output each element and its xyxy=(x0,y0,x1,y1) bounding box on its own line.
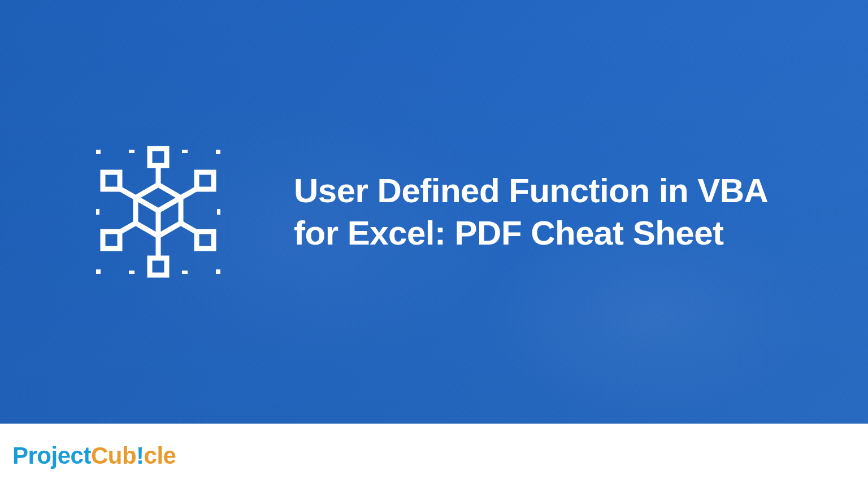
svg-rect-14 xyxy=(96,269,101,274)
hero-title: User Defined Function in VBA for Excel: … xyxy=(294,169,795,254)
logo-part-cle: cle xyxy=(144,442,176,469)
svg-rect-11 xyxy=(197,232,214,249)
svg-rect-7 xyxy=(150,258,167,275)
footer-bar: ProjectCub!cle xyxy=(0,424,868,488)
logo-part-project: Project xyxy=(12,442,91,469)
svg-rect-21 xyxy=(217,209,220,215)
svg-rect-10 xyxy=(103,232,120,249)
cube-network-icon xyxy=(73,127,243,297)
svg-rect-17 xyxy=(182,150,188,153)
svg-rect-6 xyxy=(150,149,167,165)
svg-rect-18 xyxy=(129,271,134,274)
logo-part-exclaim: ! xyxy=(136,442,144,469)
svg-rect-13 xyxy=(216,150,220,154)
svg-rect-15 xyxy=(216,269,220,274)
hero-banner: User Defined Function in VBA for Excel: … xyxy=(0,0,868,424)
svg-rect-19 xyxy=(182,271,188,274)
logo-part-cub: Cub xyxy=(91,442,136,469)
svg-rect-12 xyxy=(96,150,101,154)
hero-content: User Defined Function in VBA for Excel: … xyxy=(73,127,795,297)
svg-rect-8 xyxy=(103,172,120,189)
svg-rect-16 xyxy=(129,150,134,153)
brand-logo: ProjectCub!cle xyxy=(12,442,176,469)
svg-rect-20 xyxy=(96,209,99,215)
svg-rect-9 xyxy=(197,172,214,189)
